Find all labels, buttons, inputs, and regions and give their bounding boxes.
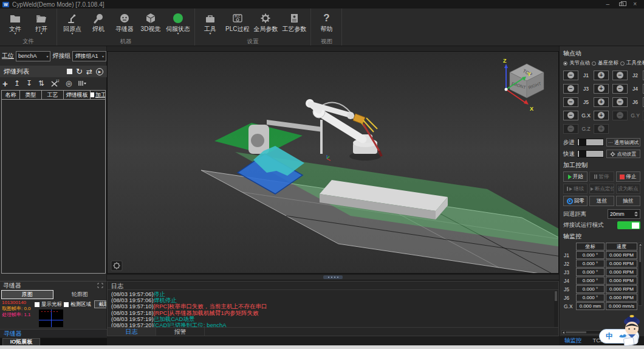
- viewport-settings-button[interactable]: [111, 261, 122, 271]
- resume-button[interactable]: 继续: [563, 184, 587, 194]
- ime-language-indicator[interactable]: 中: [606, 331, 613, 342]
- add-seam-icon[interactable]: +: [2, 80, 8, 88]
- detect-region-checkbox[interactable]: [64, 302, 69, 307]
- filter-icon[interactable]: [78, 80, 86, 88]
- station-select[interactable]: benchA ▾: [16, 51, 50, 61]
- breakpoint-locate-button[interactable]: 断点定位: [589, 184, 614, 194]
- jog-plus-button[interactable]: +: [594, 124, 609, 134]
- jog-plus-button[interactable]: +: [594, 84, 609, 94]
- log-tabs: 日志 报警: [108, 327, 558, 336]
- tab-axis-monitor[interactable]: 轴监控: [559, 336, 587, 345]
- tab-io-expansion[interactable]: IO拓展板: [2, 338, 40, 345]
- capture-button[interactable]: 截取: [94, 300, 106, 308]
- close-icon[interactable]: ×: [633, 1, 637, 7]
- jog-minus-button[interactable]: −: [563, 71, 578, 80]
- tab-alarm[interactable]: 报警: [156, 328, 205, 336]
- col-process[interactable]: 工艺: [42, 91, 64, 99]
- plc-process-button[interactable]: PLC PLC过程 ▾: [225, 9, 249, 38]
- start-button[interactable]: 开始: [563, 171, 587, 182]
- home-button[interactable]: 回零: [563, 196, 587, 206]
- monitor-vertical-scrollbar[interactable]: [638, 243, 642, 306]
- camera-preview[interactable]: [39, 309, 63, 327]
- checkbox-icon[interactable]: [91, 92, 94, 97]
- stop-button[interactable]: 停止: [616, 171, 640, 182]
- col-name[interactable]: 名称: [2, 91, 20, 99]
- renumber-icon[interactable]: 12: [50, 79, 60, 88]
- welder-button[interactable]: 焊机 ▾: [87, 9, 109, 38]
- global-params-button[interactable]: 全局参数 ▾: [253, 9, 278, 38]
- col-type[interactable]: 类型: [20, 91, 42, 99]
- col-template[interactable]: 焊缝模板: [64, 91, 91, 99]
- jog-minus-button[interactable]: −: [612, 111, 628, 120]
- fast-slider[interactable]: [577, 150, 604, 157]
- jog-minus-button[interactable]: −: [563, 84, 578, 94]
- stop-icon[interactable]: [67, 69, 72, 74]
- trial-mode-toggle[interactable]: [617, 221, 640, 229]
- restore-icon[interactable]: [619, 2, 623, 6]
- loop-icon[interactable]: ↻: [76, 67, 83, 75]
- file-button[interactable]: 文件 ▾: [4, 9, 26, 38]
- monitor-section-title: 轴监控: [563, 232, 640, 241]
- seam-list-toolbar: + ↥ ↧ ⇅ 12 ◎: [2, 78, 106, 89]
- jog-axis-j5: − J5 +: [563, 97, 609, 107]
- tools-button[interactable]: 工具 ▾: [199, 9, 221, 38]
- jog-minus-button[interactable]: −: [612, 84, 628, 94]
- set-breakpoint-button[interactable]: 设为断点: [616, 184, 640, 194]
- chevron-down-icon: ▾: [71, 32, 73, 35]
- step-slider[interactable]: [577, 139, 604, 146]
- viewport-3d[interactable]: TOP FRONT RIGHT Z Y X: [107, 51, 559, 274]
- spinner-arrows-icon[interactable]: [634, 212, 638, 216]
- toolbox-icon: [204, 10, 216, 26]
- tab-contour-image[interactable]: 轮廓图: [55, 290, 106, 299]
- seam-finder-button[interactable]: 寻缝器 ▾: [114, 9, 135, 38]
- sort-icon[interactable]: ⇅: [38, 80, 44, 88]
- generic-axis-debug-button[interactable]: ···通用轴调试: [606, 138, 640, 147]
- station-label: 工位: [2, 52, 14, 60]
- splitter-handle-icon[interactable]: [323, 275, 343, 279]
- jog-minus-button[interactable]: −: [612, 71, 628, 80]
- process-params-button[interactable]: 工艺参数 ▾: [282, 9, 306, 38]
- move-bottom-icon[interactable]: ↧: [26, 80, 32, 88]
- jog-settings-button[interactable]: 点动设置: [606, 150, 640, 158]
- right-panel: 轴点动 关节点动 基座坐标 工具坐标 − J1 + − J2 + − J3 + …: [559, 46, 644, 336]
- radio-joint-jog[interactable]: [563, 61, 567, 66]
- ribbon-group-label: 设置: [199, 38, 306, 46]
- wire-feed-button[interactable]: 送丝: [589, 196, 614, 206]
- 3d-vision-button[interactable]: 3D视觉 ▾: [140, 9, 162, 38]
- home-origin-button[interactable]: 回原点 ▾: [61, 9, 83, 38]
- play-circle-icon[interactable]: ▶: [96, 68, 103, 75]
- radio-base-coord[interactable]: [592, 61, 596, 66]
- servo-status-button[interactable]: 伺服状态 ▾: [166, 9, 190, 38]
- seam-table[interactable]: 名称 类型 工艺 焊缝模板 加工: [1, 90, 106, 274]
- jog-plus-button[interactable]: +: [594, 97, 609, 107]
- show-cursor-checkbox[interactable]: [35, 302, 39, 307]
- jog-plus-button[interactable]: +: [594, 71, 609, 80]
- jog-minus-button[interactable]: −: [563, 97, 578, 107]
- move-top-icon[interactable]: ↥: [14, 80, 20, 88]
- expand-icon[interactable]: [97, 283, 103, 289]
- robot-arm-icon: [66, 10, 78, 26]
- jog-plus-button[interactable]: +: [594, 111, 609, 120]
- minimize-icon[interactable]: –: [606, 1, 610, 7]
- retreat-distance-input[interactable]: 20mm: [608, 209, 640, 219]
- target-icon[interactable]: ◎: [66, 80, 72, 88]
- tab-log[interactable]: 日志: [108, 328, 156, 336]
- fast-slider-row: 快速 点动设置: [563, 150, 640, 158]
- weld-group-select[interactable]: 焊接组A1 ▾: [72, 51, 106, 61]
- tab-original-image[interactable]: 原图: [1, 290, 53, 299]
- tab-seam-finder-bottom[interactable]: 寻缝器: [0, 329, 107, 337]
- sequence-icon[interactable]: ⇄: [86, 68, 92, 75]
- jog-minus-button[interactable]: −: [563, 124, 578, 134]
- jog-minus-button[interactable]: −: [563, 111, 578, 120]
- help-button[interactable]: ? 帮助 ▾: [315, 9, 337, 38]
- pause-button[interactable]: 暂停: [589, 171, 614, 182]
- open-button[interactable]: 打开 ▾: [30, 9, 52, 38]
- radio-tool-coord[interactable]: [620, 61, 625, 66]
- col-machining[interactable]: 加工: [91, 91, 105, 99]
- horizontal-splitter[interactable]: [107, 274, 559, 280]
- log-scrollbar[interactable]: [554, 291, 558, 327]
- jog-minus-button[interactable]: −: [612, 97, 628, 107]
- log-body[interactable]: (08/03 19:57:06)停止 (08/03 19:57:06)焊机停止 …: [108, 290, 558, 328]
- wire-retract-button[interactable]: 抽丝: [616, 196, 640, 206]
- viewport-top-gap: [107, 46, 559, 51]
